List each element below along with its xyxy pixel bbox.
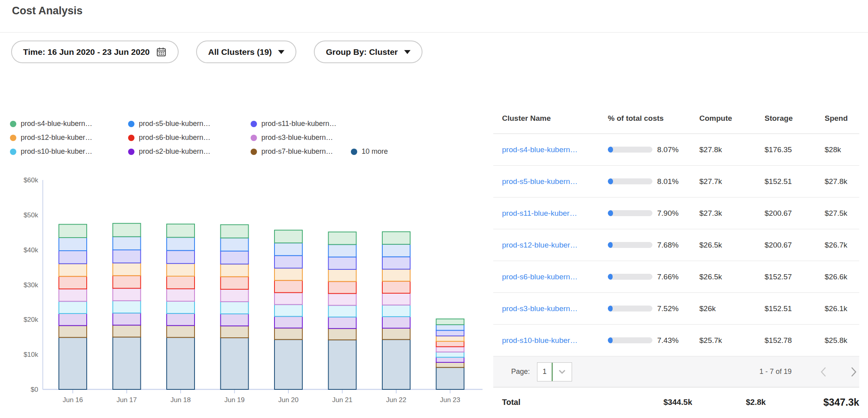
time-range-filter[interactable]: Time: 16 Jun 2020 - 23 Jun 2020: [11, 41, 179, 63]
legend-item[interactable]: prod-s10-blue-kuber…: [10, 147, 128, 156]
cluster-name-link[interactable]: prod-s3-blue-kubern…: [502, 304, 578, 313]
bar-segment[interactable]: [382, 317, 410, 328]
bar-segment[interactable]: [436, 325, 464, 330]
bar-segment[interactable]: [221, 264, 249, 277]
bar-segment[interactable]: [382, 257, 410, 269]
bar-segment[interactable]: [436, 336, 464, 341]
bar-segment[interactable]: [436, 341, 464, 347]
bar-segment[interactable]: [167, 325, 195, 337]
bar-segment[interactable]: [59, 224, 87, 238]
page-select[interactable]: 1: [537, 362, 572, 381]
bar-segment[interactable]: [436, 362, 464, 368]
bar-segment[interactable]: [382, 293, 410, 305]
bar-segment[interactable]: [221, 314, 249, 326]
bar-segment[interactable]: [329, 232, 356, 245]
bar-segment[interactable]: [113, 237, 141, 250]
legend-item[interactable]: prod-s5-blue-kubern…: [128, 120, 251, 128]
bar-segment[interactable]: [382, 328, 410, 340]
bar-segment[interactable]: [329, 257, 356, 269]
bar-segment[interactable]: [113, 313, 141, 325]
bar-segment[interactable]: [221, 277, 249, 289]
bar-segment[interactable]: [274, 281, 302, 293]
legend-item[interactable]: prod-s11-blue-kubern…: [251, 120, 351, 128]
bar-segment[interactable]: [274, 292, 302, 304]
legend-item[interactable]: prod-s7-blue-kubern…: [251, 147, 351, 156]
bar-segment[interactable]: [382, 244, 410, 257]
bar-segment[interactable]: [59, 301, 87, 314]
bar-segment[interactable]: [59, 276, 87, 289]
bar-segment[interactable]: [59, 289, 87, 301]
bar-segment[interactable]: [436, 330, 464, 336]
cluster-name-link[interactable]: prod-s6-blue-kubern…: [502, 273, 578, 281]
cluster-name-link[interactable]: prod-s10-blue-kuber…: [502, 336, 578, 344]
groupby-filter[interactable]: Group By: Cluster: [314, 41, 422, 63]
bar-segment[interactable]: [329, 244, 356, 257]
bar-segment[interactable]: [59, 251, 87, 264]
bar-segment[interactable]: [113, 263, 141, 276]
bar-segment[interactable]: [329, 294, 356, 306]
bar-segment[interactable]: [167, 276, 195, 289]
bar-segment[interactable]: [167, 263, 195, 276]
legend-item[interactable]: 10 more: [351, 147, 388, 156]
bar-segment[interactable]: [436, 352, 464, 357]
bar-segment[interactable]: [59, 314, 87, 325]
next-page-button[interactable]: [850, 367, 857, 377]
bar-segment[interactable]: [221, 338, 249, 389]
bar-segment[interactable]: [221, 251, 249, 264]
cluster-name-link[interactable]: prod-s12-blue-kuber…: [502, 241, 578, 249]
bar-segment[interactable]: [113, 250, 141, 263]
bar-segment[interactable]: [59, 264, 87, 277]
bar-segment[interactable]: [167, 301, 195, 314]
bar-segment[interactable]: [167, 289, 195, 301]
bar-segment[interactable]: [113, 288, 141, 301]
bar-segment[interactable]: [436, 347, 464, 352]
bar-segment[interactable]: [329, 329, 356, 340]
legend-item[interactable]: prod-s3-blue-kubern…: [251, 134, 351, 142]
legend-item[interactable]: prod-s12-blue-kuber…: [10, 134, 128, 142]
bar-segment[interactable]: [382, 232, 410, 244]
bar-segment[interactable]: [113, 337, 141, 389]
bar-segment[interactable]: [113, 301, 141, 313]
bar-segment[interactable]: [221, 326, 249, 338]
prev-page-button[interactable]: [820, 367, 827, 377]
bar-segment[interactable]: [167, 250, 195, 263]
bar-segment[interactable]: [382, 339, 410, 389]
bar-segment[interactable]: [436, 319, 464, 325]
cluster-name-link[interactable]: prod-s4-blue-kubern…: [502, 145, 578, 154]
legend-item[interactable]: prod-s4-blue-kubern…: [10, 120, 128, 128]
bar-segment[interactable]: [59, 325, 87, 337]
bar-segment[interactable]: [113, 223, 141, 237]
cluster-name-link[interactable]: prod-s5-blue-kubern…: [502, 177, 578, 186]
bar-segment[interactable]: [221, 302, 249, 314]
bar-segment[interactable]: [382, 305, 410, 317]
bar-segment[interactable]: [274, 339, 302, 389]
bar-segment[interactable]: [274, 230, 302, 243]
clusters-filter[interactable]: All Clusters (19): [196, 41, 296, 63]
bar-segment[interactable]: [113, 325, 141, 337]
bar-segment[interactable]: [59, 337, 87, 389]
bar-segment[interactable]: [274, 328, 302, 340]
bar-segment[interactable]: [274, 304, 302, 316]
legend-item[interactable]: prod-s6-blue-kubern…: [128, 134, 251, 142]
bar-segment[interactable]: [329, 281, 356, 293]
bar-segment[interactable]: [274, 243, 302, 255]
bar-segment[interactable]: [382, 269, 410, 281]
bar-segment[interactable]: [221, 238, 249, 251]
bar-segment[interactable]: [329, 340, 356, 389]
bar-segment[interactable]: [221, 289, 249, 302]
bar-segment[interactable]: [436, 368, 464, 389]
bar-segment[interactable]: [329, 269, 356, 281]
bar-segment[interactable]: [274, 255, 302, 268]
bar-segment[interactable]: [329, 317, 356, 329]
bar-segment[interactable]: [221, 224, 249, 238]
bar-segment[interactable]: [167, 337, 195, 389]
bar-segment[interactable]: [436, 357, 464, 362]
bar-segment[interactable]: [167, 237, 195, 250]
bar-segment[interactable]: [329, 305, 356, 317]
cluster-name-link[interactable]: prod-s11-blue-kuber…: [502, 209, 577, 217]
bar-segment[interactable]: [382, 281, 410, 293]
legend-item[interactable]: prod-s2-blue-kubern…: [128, 147, 251, 156]
bar-segment[interactable]: [167, 314, 195, 325]
bar-segment[interactable]: [167, 224, 195, 237]
bar-segment[interactable]: [274, 268, 302, 281]
